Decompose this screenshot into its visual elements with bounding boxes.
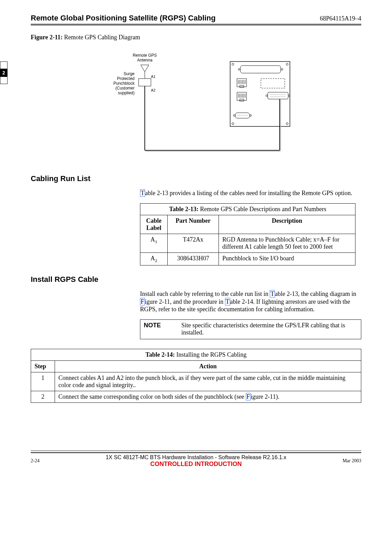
footer-pagenum: 2-24 bbox=[31, 458, 65, 464]
pb-label-4: (Customer bbox=[115, 86, 135, 91]
figure-label: Figure 2-11: bbox=[31, 34, 62, 41]
footer-controlled: CONTROLLED INTRODUCTION bbox=[65, 461, 327, 468]
dashed-slot bbox=[261, 79, 285, 88]
section2-seg1: Install each cable by referring to the c… bbox=[140, 290, 270, 297]
table-2-14: Table 2-14: Installing the RGPS Cabling … bbox=[31, 349, 361, 403]
cell-part-number: T472Ax bbox=[168, 234, 219, 252]
figure-ref-link[interactable]: F bbox=[246, 393, 251, 400]
note-text: Site specific characteristics determine … bbox=[181, 322, 358, 336]
screw-icon bbox=[281, 69, 283, 70]
section1-body: Table 2-13 provides a listing of the cab… bbox=[140, 189, 361, 197]
section-heading-install-rgps: Install RGPS Cable bbox=[31, 275, 361, 284]
cell-cable-label: A2 bbox=[140, 252, 168, 265]
header-title: Remote Global Positioning Satellite (RGP… bbox=[31, 14, 216, 23]
pb-label-1: Surge bbox=[124, 71, 135, 76]
col-header-cable-label: Cable Label bbox=[140, 215, 168, 234]
col-header-description: Description bbox=[219, 215, 355, 234]
tab-blank bbox=[0, 77, 8, 84]
screw-icon bbox=[234, 115, 235, 117]
footer-rule-thin bbox=[31, 451, 361, 452]
screw-icon bbox=[266, 95, 268, 97]
antenna-label-2: Antenna bbox=[137, 58, 153, 63]
section2-body: Install each cable by referring to the c… bbox=[140, 290, 361, 313]
antenna-label-1: Remote GPS bbox=[133, 53, 157, 58]
figure-diagram: Remote GPS Antenna A1 Surge Protected Pu… bbox=[31, 51, 361, 157]
gps-cabling-svg: Remote GPS Antenna A1 Surge Protected Pu… bbox=[100, 51, 292, 157]
screw-icon bbox=[232, 63, 234, 65]
table-row: A1 T472Ax RGD Antenna to Punchblock Cabl… bbox=[140, 234, 355, 252]
col-header-action: Action bbox=[55, 360, 361, 372]
svg-rect-9 bbox=[240, 99, 244, 101]
table-ref-link[interactable]: T bbox=[270, 290, 275, 298]
header-docnum: 68P64115A19–4 bbox=[320, 15, 361, 22]
footer-doc-title: 1X SC 4812T-MC BTS Hardware Installation… bbox=[65, 454, 327, 461]
antenna-icon bbox=[141, 65, 149, 72]
cell-part-number: 3086433H07 bbox=[168, 252, 219, 265]
col-header-step: Step bbox=[31, 360, 55, 372]
table-row: 2 Connect the same corresponding color o… bbox=[31, 391, 361, 402]
table-title: Table 2-13: Remote GPS Cable Description… bbox=[140, 203, 355, 215]
table-ref-link[interactable]: T bbox=[140, 189, 145, 197]
table-title-rest: Remote GPS Cable Descriptions and Part N… bbox=[198, 206, 326, 213]
pb-label-5: supplied) bbox=[118, 91, 135, 95]
note-label: NOTE bbox=[144, 322, 181, 336]
cell-step: 1 bbox=[31, 372, 55, 391]
table-title-rest: Installing the RGPS Cabling bbox=[175, 351, 247, 358]
table-row: A2 3086433H07 Punchblock to Site I/O boa… bbox=[140, 252, 355, 265]
header-rule bbox=[31, 25, 361, 26]
cell-step: 2 bbox=[31, 391, 55, 402]
cell-description: RGD Antenna to Punchblock Cable; x=A–F f… bbox=[219, 234, 355, 252]
page-footer: 2-24 1X SC 4812T-MC BTS Hardware Install… bbox=[31, 453, 361, 468]
table-2-13: Table 2-13: Remote GPS Cable Description… bbox=[140, 203, 355, 266]
page-header: Remote Global Positioning Satellite (RGP… bbox=[31, 14, 361, 25]
section2-para: Install each cable by referring to the c… bbox=[140, 290, 361, 313]
pb-label-2: Protected bbox=[117, 76, 135, 81]
rj-icon bbox=[237, 79, 247, 87]
section1-para: Table 2-13 provides a listing of the cab… bbox=[140, 189, 361, 197]
cell-action: Connect the same corresponding color on … bbox=[55, 391, 361, 402]
cell-cable-label: A1 bbox=[140, 234, 168, 252]
tab-number: 2 bbox=[0, 69, 8, 77]
screw-icon bbox=[250, 115, 252, 117]
a2-label: A2 bbox=[151, 88, 155, 92]
figure-ref-link[interactable]: F bbox=[140, 298, 145, 305]
section2-seg2: able 2-13, the cabling diagram in bbox=[275, 290, 356, 297]
chapter-tab: 2 bbox=[0, 61, 8, 84]
figure-title: Remote GPS Cabling Diagram bbox=[64, 34, 140, 41]
table-title-bold: Table 2-13: bbox=[169, 206, 198, 213]
svg-rect-1 bbox=[240, 85, 244, 87]
rj-icon bbox=[237, 92, 247, 101]
footer-center: 1X SC 4812T-MC BTS Hardware Installation… bbox=[65, 454, 327, 468]
db-connector-small bbox=[268, 92, 288, 99]
section1-text: able 2-13 provides a listing of the cabl… bbox=[145, 190, 352, 196]
tab-blank bbox=[0, 61, 8, 69]
punchblock-box bbox=[139, 79, 151, 86]
cell-action: Connect cables A1 and A2 into the punch … bbox=[55, 372, 361, 391]
note-box: NOTE Site specific characteristics deter… bbox=[140, 319, 361, 339]
screw-icon bbox=[286, 63, 288, 65]
figure-caption: Figure 2-11: Remote GPS Cabling Diagram bbox=[31, 34, 361, 41]
footer-date: Mar 2003 bbox=[327, 458, 361, 464]
table-title-bold: Table 2-14: bbox=[145, 351, 175, 358]
db-connector-top bbox=[240, 66, 281, 73]
screw-icon bbox=[232, 123, 234, 125]
section2-seg3: igure 2-11, and the procedure in bbox=[145, 298, 225, 305]
table-title: Table 2-14: Installing the RGPS Cabling bbox=[31, 349, 361, 360]
pb-label-3: Punchblock bbox=[113, 81, 135, 86]
section-heading-cabling-run-list: Cabling Run List bbox=[31, 174, 361, 183]
col-header-part-number: Part Number bbox=[168, 215, 219, 234]
screw-icon bbox=[238, 69, 240, 70]
table-row: 1 Connect cables A1 and A2 into the punc… bbox=[31, 372, 361, 391]
cell-description: Punchblock to Site I/O board bbox=[219, 252, 355, 265]
screw-icon bbox=[286, 123, 288, 125]
table-ref-link[interactable]: T bbox=[225, 298, 230, 305]
a1-label: A1 bbox=[151, 74, 155, 79]
